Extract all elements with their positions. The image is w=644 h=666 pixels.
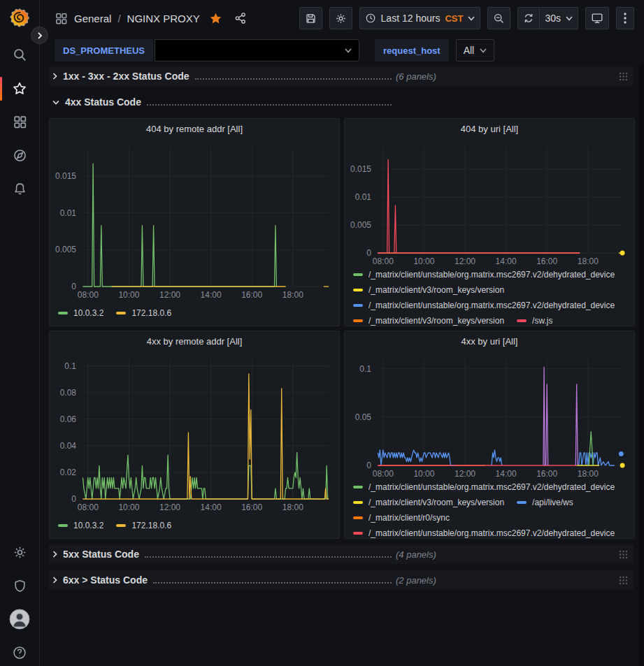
row-header-1xx-3xx-2xx[interactable]: 1xx - 3xx - 2xx Status Code (6 panels) [49,66,634,86]
legend-item[interactable]: /_matrix/client/unstable/org.matrix.msc2… [353,482,615,492]
scrollbar-track[interactable] [639,64,644,666]
chevron-right-icon [52,550,58,558]
legend-row: /_matrix/client/unstable/org.matrix.msc2… [353,298,626,313]
legend-item[interactable]: 10.0.3.2 [58,308,103,318]
legend-label: /_matrix/client/v3/room_keys/version [368,498,504,507]
save-dashboard-button[interactable] [299,7,322,29]
svg-text:16:00: 16:00 [536,256,557,266]
legend-swatch [517,319,527,322]
legend-swatch [353,273,363,276]
panel-title[interactable]: 4xx by remote addr [All] [50,331,339,352]
time-range-picker[interactable]: Last 12 hours CST [359,7,481,29]
sidebar-item-dashboards[interactable] [0,108,39,136]
legend-item[interactable]: /_matrix/client/unstable/org.matrix.msc2… [353,528,615,538]
svg-text:10:00: 10:00 [118,502,139,512]
row-title: 6xx > Status Code [63,574,148,586]
request-host-variable-label: request_host [375,39,449,61]
time-series-plot[interactable]: 08:0010:0012:0014:0016:0018:0000.020.040… [50,352,339,513]
sidebar-item-search[interactable] [0,41,39,68]
time-series-plot[interactable]: 08:0010:0012:0014:0016:0018:0000.050.1 [345,352,634,479]
share-button[interactable] [231,9,250,27]
svg-text:0.01: 0.01 [60,208,77,218]
breadcrumb-dashboard-title[interactable]: NGINX PROXY [127,13,200,24]
star-filled-icon [209,12,222,25]
legend-item[interactable]: /_matrix/client/v3/room_keys/version [353,316,504,326]
datasource-variable-select[interactable] [155,39,359,61]
legend-item[interactable]: 10.0.3.2 [58,521,103,530]
sidebar-item-configuration[interactable] [0,538,39,566]
chart-legend: 10.0.3.2172.18.0.6 [50,305,339,321]
row-drag-handle[interactable] [619,550,628,559]
legend-item[interactable]: /_matrix/client/r0/sync [353,513,450,523]
row-header-5xx[interactable]: 5xx Status Code (4 panels) [49,544,634,564]
svg-text:0.05: 0.05 [355,412,372,422]
sidebar-item-starred[interactable] [0,75,39,103]
row-header-4xx[interactable]: 4xx Status Code [49,92,634,112]
chevron-down-icon [566,16,573,21]
panel-title[interactable]: 4xx by uri [All] [345,331,634,352]
legend-item[interactable]: /_matrix/client/v3/room_keys/version [353,285,504,295]
time-series-plot[interactable]: 08:0010:0012:0014:0016:0018:0000.0050.01… [50,140,339,301]
sidebar-expand-button[interactable] [31,27,48,44]
sidebar-item-explore[interactable] [0,141,39,169]
row-title: 4xx Status Code [65,96,141,108]
svg-text:0: 0 [71,494,76,504]
row-panel-count: (6 panels) [396,71,436,82]
sidebar-item-profile[interactable] [0,605,39,633]
legend-item[interactable]: /api/live/ws [517,498,573,507]
zoom-out-time-button[interactable] [487,7,510,29]
more-options-button[interactable] [616,7,634,29]
svg-text:0: 0 [71,282,76,291]
legend-row: 10.0.3.2172.18.0.6 [58,518,331,533]
panel-title[interactable]: 404 by remote addr [All] [50,119,339,140]
legend-row: /_matrix/client/unstable/org.matrix.msc2… [353,526,626,539]
legend-item[interactable]: 172.18.0.6 [116,521,171,530]
legend-swatch [58,524,68,527]
breadcrumb-folder[interactable]: General [74,13,111,24]
chart-4xx-by-remote-addr[interactable]: 08:0010:0012:0014:0016:0018:0000.020.040… [50,352,339,513]
active-indicator [0,77,2,101]
time-series-plot[interactable]: 08:0010:0012:0014:0016:0018:0000.0050.01… [345,140,634,267]
monitor-icon [591,12,603,24]
chart-404-by-uri[interactable]: 08:0010:0012:0014:0016:0018:0000.0050.01… [345,140,634,267]
refresh-dashboard-button[interactable] [517,7,540,29]
legend-item[interactable]: 172.18.0.6 [116,308,171,318]
request-host-variable-select[interactable]: All [456,39,495,61]
chart-4xx-by-uri[interactable]: 08:0010:0012:0014:0016:0018:0000.050.1 [345,352,634,479]
svg-text:0.005: 0.005 [350,220,371,230]
legend-row: /_matrix/client/v3/room_keys/version/api… [353,495,626,510]
svg-text:0.01: 0.01 [355,192,372,202]
panel-404-by-uri: 404 by uri [All] 08:0010:0012:0014:0016:… [344,118,635,326]
sidebar-item-alerting[interactable] [0,175,39,203]
row-drag-handle[interactable] [619,576,628,585]
legend-swatch [517,501,527,504]
svg-text:12:00: 12:00 [455,256,475,266]
sidebar [0,0,40,666]
panel-title[interactable]: 404 by uri [All] [345,119,634,140]
dashboard-variables-bar: DS_PROMETHEUS request_host All [41,36,644,64]
legend-item[interactable]: /sw.js [517,316,552,326]
legend-label: /_matrix/client/r0/sync [368,513,450,523]
sidebar-item-help[interactable] [0,639,39,666]
legend-label: 172.18.0.6 [131,308,171,318]
breadcrumb: General / NGINX PROXY [55,9,250,28]
timezone-badge: CST [445,13,463,24]
dashboard-settings-button[interactable] [329,7,352,29]
grafana-logo[interactable] [0,3,39,31]
row-header-6xx[interactable]: 6xx > Status Code (2 panels) [49,570,634,590]
refresh-interval-dropdown[interactable]: 30s [540,7,578,29]
legend-item[interactable]: /_matrix/client/unstable/org.matrix.msc2… [353,301,615,310]
legend-item[interactable]: /_matrix/client/unstable/org.matrix.msc2… [353,270,615,280]
legend-swatch [353,319,363,322]
favorite-star-button[interactable] [206,9,225,28]
chart-404-by-remote-addr[interactable]: 08:0010:0012:0014:0016:0018:0000.0050.01… [50,140,339,301]
tv-mode-button[interactable] [585,7,609,29]
legend-item[interactable]: /_matrix/client/v3/room_keys/version [353,498,504,507]
gear-icon [13,545,27,560]
bell-icon [13,182,27,196]
row-drag-handle[interactable] [619,72,628,81]
sidebar-item-admin[interactable] [0,572,39,600]
row-dotted-line [145,556,392,558]
legend-row: /_matrix/client/unstable/org.matrix.msc2… [353,479,626,495]
chart-legend: 10.0.3.2172.18.0.6 [50,518,339,533]
